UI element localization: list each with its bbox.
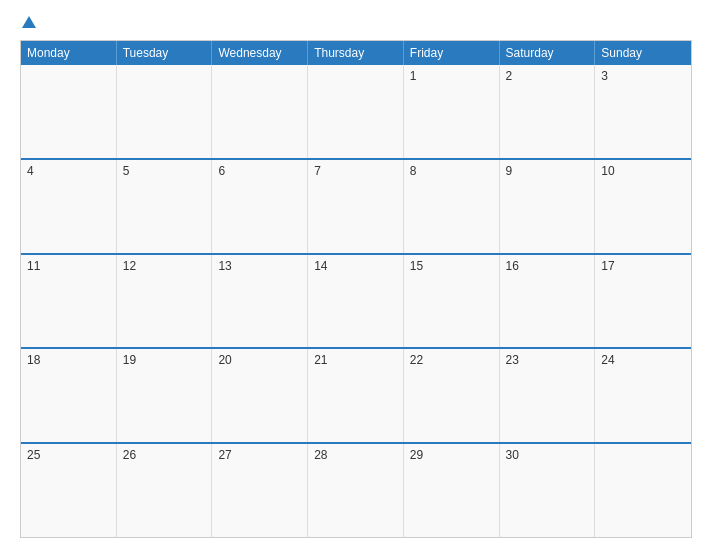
- day-name-tuesday: Tuesday: [117, 41, 213, 65]
- calendar-cell: 6: [212, 160, 308, 253]
- calendar-cell: 29: [404, 444, 500, 537]
- calendar-header: MondayTuesdayWednesdayThursdayFridaySatu…: [21, 41, 691, 65]
- calendar-cell: [117, 65, 213, 158]
- day-number: 7: [314, 164, 321, 178]
- day-number: 2: [506, 69, 513, 83]
- calendar-cell: [595, 444, 691, 537]
- week-1: 123: [21, 65, 691, 158]
- logo-triangle-icon: [22, 16, 36, 28]
- calendar-cell: 19: [117, 349, 213, 442]
- calendar-cell: 24: [595, 349, 691, 442]
- calendar-cell: 16: [500, 255, 596, 348]
- day-number: 23: [506, 353, 519, 367]
- calendar-cell: 8: [404, 160, 500, 253]
- calendar-cell: [308, 65, 404, 158]
- day-number: 24: [601, 353, 614, 367]
- day-name-thursday: Thursday: [308, 41, 404, 65]
- day-number: 11: [27, 259, 40, 273]
- calendar-cell: 4: [21, 160, 117, 253]
- calendar-cell: 13: [212, 255, 308, 348]
- day-number: 5: [123, 164, 130, 178]
- calendar-cell: 1: [404, 65, 500, 158]
- day-number: 17: [601, 259, 614, 273]
- day-number: 22: [410, 353, 423, 367]
- day-name-saturday: Saturday: [500, 41, 596, 65]
- calendar-cell: 23: [500, 349, 596, 442]
- day-name-monday: Monday: [21, 41, 117, 65]
- calendar-cell: 11: [21, 255, 117, 348]
- day-number: 3: [601, 69, 608, 83]
- day-number: 27: [218, 448, 231, 462]
- calendar-cell: 26: [117, 444, 213, 537]
- day-number: 20: [218, 353, 231, 367]
- day-number: 26: [123, 448, 136, 462]
- week-4: 18192021222324: [21, 347, 691, 442]
- week-2: 45678910: [21, 158, 691, 253]
- calendar-cell: 27: [212, 444, 308, 537]
- calendar-cell: [21, 65, 117, 158]
- day-number: 13: [218, 259, 231, 273]
- day-number: 1: [410, 69, 417, 83]
- calendar-cell: 22: [404, 349, 500, 442]
- day-number: 4: [27, 164, 34, 178]
- day-name-friday: Friday: [404, 41, 500, 65]
- calendar-cell: 7: [308, 160, 404, 253]
- calendar-cell: 30: [500, 444, 596, 537]
- day-number: 28: [314, 448, 327, 462]
- calendar-cell: 21: [308, 349, 404, 442]
- day-number: 8: [410, 164, 417, 178]
- day-number: 25: [27, 448, 40, 462]
- calendar-cell: 18: [21, 349, 117, 442]
- day-number: 12: [123, 259, 136, 273]
- calendar-cell: 5: [117, 160, 213, 253]
- day-number: 14: [314, 259, 327, 273]
- day-number: 10: [601, 164, 614, 178]
- week-3: 11121314151617: [21, 253, 691, 348]
- calendar-cell: 10: [595, 160, 691, 253]
- calendar-cell: 28: [308, 444, 404, 537]
- day-number: 29: [410, 448, 423, 462]
- calendar-cell: [212, 65, 308, 158]
- calendar: MondayTuesdayWednesdayThursdayFridaySatu…: [20, 40, 692, 538]
- calendar-cell: 15: [404, 255, 500, 348]
- calendar-cell: 9: [500, 160, 596, 253]
- calendar-cell: 2: [500, 65, 596, 158]
- day-number: 9: [506, 164, 513, 178]
- day-number: 15: [410, 259, 423, 273]
- day-number: 18: [27, 353, 40, 367]
- day-name-wednesday: Wednesday: [212, 41, 308, 65]
- day-number: 6: [218, 164, 225, 178]
- day-number: 21: [314, 353, 327, 367]
- page: MondayTuesdayWednesdayThursdayFridaySatu…: [0, 0, 712, 550]
- calendar-body: 1234567891011121314151617181920212223242…: [21, 65, 691, 537]
- calendar-cell: 14: [308, 255, 404, 348]
- calendar-cell: 17: [595, 255, 691, 348]
- week-5: 252627282930: [21, 442, 691, 537]
- day-number: 19: [123, 353, 136, 367]
- day-number: 30: [506, 448, 519, 462]
- calendar-cell: 12: [117, 255, 213, 348]
- logo: [20, 16, 36, 30]
- calendar-cell: 20: [212, 349, 308, 442]
- calendar-cell: 25: [21, 444, 117, 537]
- calendar-cell: 3: [595, 65, 691, 158]
- day-name-sunday: Sunday: [595, 41, 691, 65]
- header: [20, 16, 692, 30]
- day-number: 16: [506, 259, 519, 273]
